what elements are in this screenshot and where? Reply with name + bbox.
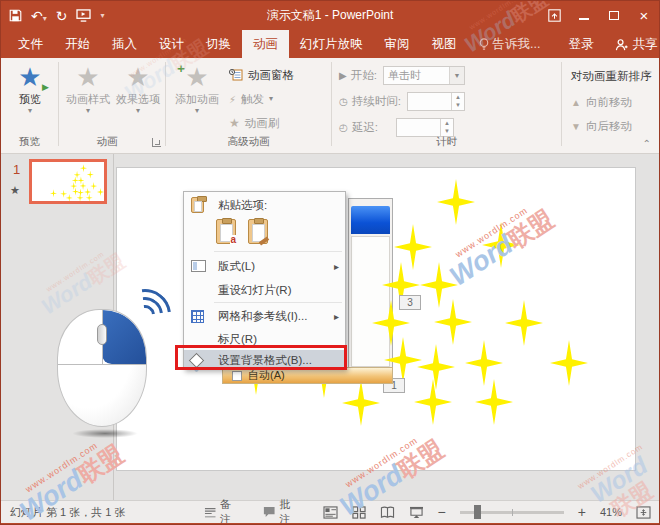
paste-options-header: 粘贴选项: (184, 196, 345, 214)
tab-view[interactable]: 视图 (421, 30, 468, 58)
move-earlier-button[interactable]: ▲ 向前移动 (571, 93, 632, 111)
thumbnail-star (84, 188, 91, 196)
duration-spinner[interactable]: ▲▼ (407, 92, 465, 111)
thumbnail-star (80, 182, 87, 190)
thumbnail-star (72, 188, 79, 196)
paste-keep-text-icon[interactable]: a (216, 219, 236, 244)
plus-badge-icon: ＋ (175, 60, 187, 77)
maximize-button[interactable] (599, 9, 629, 23)
animation-dialog-launcher-icon[interactable] (152, 138, 161, 147)
slideshow-view-button[interactable] (409, 506, 424, 519)
ribbon-display-options-icon[interactable] (539, 9, 569, 22)
clipboard-icon (191, 197, 204, 213)
minimize-button[interactable] (569, 9, 599, 23)
tab-tell-me[interactable]: 告诉我... (468, 30, 552, 58)
thumbnail-star (70, 182, 77, 190)
zoom-slider[interactable] (460, 511, 564, 514)
up-triangle-icon: ▲ (571, 97, 581, 108)
animation-styles-star-icon: ★ (76, 62, 99, 92)
effect-options-star-icon: ★ (126, 62, 149, 92)
auto-option-swatch (232, 371, 242, 381)
menu-item-grid-guides[interactable]: 网格和参考线(I)... ▸ (184, 304, 345, 328)
context-menu: 粘贴选项: a 版式(L) ▸ 重设幻灯片(R) 网格和参考线(I)... ▸ (183, 191, 346, 369)
thumbnail-star (66, 194, 73, 202)
painter-star-icon: ★ (229, 116, 240, 130)
mouse-illustration (47, 281, 167, 436)
tab-sign-in[interactable]: 登录 (557, 30, 604, 58)
tab-share[interactable]: 共享 (604, 30, 660, 58)
reorder-title: 对动画重新排序 (571, 67, 652, 85)
background-dialog-partial (348, 198, 393, 370)
mouse-shadow (72, 429, 138, 438)
reading-view-button[interactable] (380, 506, 395, 519)
dialog-body (351, 236, 390, 367)
title-bar: ↶▾ ↻ ▾ 演示文稿1 - PowerPoint × (1, 1, 659, 30)
delay-row: ◴ 延迟: ▲▼ (339, 117, 454, 137)
submenu-arrow-icon: ▸ (334, 311, 339, 322)
grid-icon (191, 310, 204, 323)
fit-to-window-button[interactable] (636, 506, 651, 519)
tab-animations[interactable]: 动画 (242, 30, 289, 58)
group-label-advanced: 高级动画 (166, 135, 331, 149)
mouse-wheel (97, 324, 107, 345)
tab-review[interactable]: 审阅 (374, 30, 421, 58)
thumbnail-star (77, 176, 84, 184)
delay-spinner[interactable]: ▲▼ (396, 118, 454, 137)
tab-home[interactable]: 开始 (54, 30, 101, 58)
zoom-in-button[interactable]: + (578, 504, 586, 520)
tab-insert[interactable]: 插入 (101, 30, 148, 58)
editing-area: 1 ★ 31 自动(A) 粘贴选项: a 版式( (1, 154, 659, 500)
annotation-highlight-box (175, 345, 347, 370)
mouse-body (57, 309, 147, 427)
layout-icon (191, 260, 206, 272)
zoom-slider-handle[interactable] (474, 505, 481, 519)
notes-button[interactable]: 备注 (204, 497, 242, 525)
add-animation-button[interactable]: ＋★ 添加动画 ▾ (171, 62, 223, 115)
down-triangle-icon: ▼ (571, 121, 581, 132)
slide-info-label: 幻灯片 第 1 张，共 1 张 (10, 505, 126, 520)
trigger-button[interactable]: ⚡ 触发▾ (229, 89, 329, 109)
thumbnail-star (77, 194, 84, 202)
status-bar: 幻灯片 第 1 张，共 1 张 备注 批注 − (1, 500, 659, 523)
tab-design[interactable]: 设计 (148, 30, 195, 58)
start-combobox[interactable]: 单击时▼ (383, 66, 465, 85)
thumbnail-star (80, 164, 87, 172)
close-button[interactable]: × (629, 7, 659, 24)
animation-pane-button[interactable]: 动画窗格 (229, 65, 329, 85)
duration-row: ◷ 持续时间: ▲▼ (339, 91, 465, 111)
paste-match-format-icon[interactable] (248, 219, 268, 244)
paste-options-row: a (184, 216, 345, 246)
preview-button[interactable]: ★▶ 预览 ▾ (9, 62, 51, 115)
menu-item-layout[interactable]: 版式(L) ▸ (184, 254, 345, 278)
animation-styles-button[interactable]: ★ 动画样式 ▾ (63, 62, 113, 115)
start-row: ▶ 开始: 单击时▼ (339, 65, 465, 85)
preview-star-icon: ★ (18, 62, 41, 92)
play-badge-icon: ▶ (42, 82, 49, 92)
animation-painter-button[interactable]: ★ 动画刷 (229, 113, 329, 133)
thumbnail-star (86, 194, 93, 202)
move-later-button[interactable]: ▼ 向后移动 (571, 117, 632, 135)
slide-number-label: 1 (13, 162, 20, 177)
menu-item-reset-slide[interactable]: 重设幻灯片(R) (184, 278, 345, 302)
thumbnail-star (87, 171, 94, 179)
tab-transitions[interactable]: 切换 (195, 30, 242, 58)
group-label-animation: 动画 (59, 135, 155, 149)
thumbnail-star (77, 189, 84, 197)
zoom-level-label[interactable]: 41% (600, 506, 622, 518)
start-play-icon: ▶ (339, 70, 347, 81)
tab-file[interactable]: 文件 (7, 30, 54, 58)
share-person-icon (615, 38, 628, 51)
slide-sorter-view-button[interactable] (352, 506, 366, 519)
lightbulb-icon (479, 38, 489, 51)
zoom-out-button[interactable]: − (438, 504, 446, 520)
normal-view-button[interactable] (323, 506, 338, 519)
thumbnail-star (97, 188, 104, 196)
effect-options-button[interactable]: ★ 效果选项 ▾ (113, 62, 163, 115)
slide-thumbnail[interactable] (29, 159, 107, 204)
collapse-ribbon-icon[interactable]: ⌃ (643, 138, 651, 149)
tab-slideshow[interactable]: 幻灯片放映 (289, 30, 374, 58)
group-label-preview: 预览 (1, 135, 58, 149)
ribbon: ★▶ 预览 ▾ 预览 ★ 动画样式 ▾ ★ 效果选项 ▾ 动画 ＋★ 添加动画 … (1, 58, 659, 154)
comments-button[interactable]: 批注 (263, 497, 301, 525)
delay-clock-icon: ◴ (339, 122, 348, 133)
